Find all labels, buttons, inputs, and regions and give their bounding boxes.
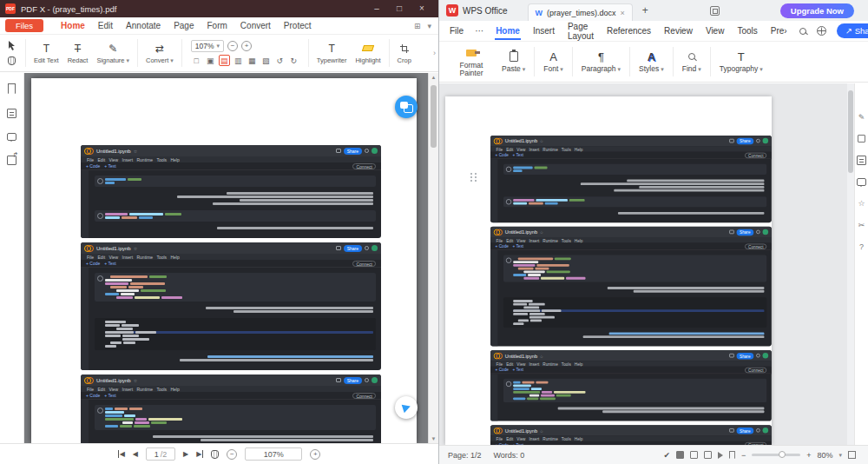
scroll-up-icon[interactable]: ▲ <box>429 75 438 80</box>
tab-annotate[interactable]: Annotate <box>126 21 161 30</box>
select-tool-icon[interactable] <box>858 135 865 143</box>
fit-screen-icon[interactable] <box>848 451 856 459</box>
web-layout-icon[interactable] <box>690 451 698 459</box>
menu-insert[interactable]: Insert <box>532 23 556 39</box>
collapse-ribbon-icon[interactable]: ▾ <box>427 22 431 30</box>
crop-button[interactable]: Crop <box>393 42 416 64</box>
highlight-button[interactable]: Highlight <box>351 42 385 64</box>
next-page-button[interactable]: ▶ <box>183 450 188 458</box>
font-button[interactable]: A Font▾ <box>536 50 570 73</box>
typewriter-button[interactable]: T Typewriter <box>312 42 352 64</box>
read-mode-icon[interactable] <box>718 452 723 459</box>
book-view-icon[interactable]: ▦ <box>247 55 258 66</box>
upgrade-button[interactable]: Upgrade Now <box>780 3 854 18</box>
pdf-canvas[interactable]: Untitled1.ipynb ☆ Share File Edit View I… <box>24 73 428 443</box>
pan-tool-icon[interactable] <box>211 450 219 459</box>
format-painter-button[interactable]: Format Painter <box>448 46 495 78</box>
previous-page-button[interactable]: ◀ <box>133 450 138 458</box>
zoom-in-button[interactable]: + <box>241 41 252 51</box>
tab-home[interactable]: Home <box>61 21 85 30</box>
drag-handle[interactable] <box>470 173 477 182</box>
scrollbar-thumb[interactable] <box>848 90 853 173</box>
first-page-button[interactable]: ◀ <box>118 450 125 458</box>
maximize-button[interactable]: □ <box>388 0 411 17</box>
outline-panel-icon[interactable] <box>857 156 866 165</box>
print-layout-icon[interactable] <box>676 451 684 459</box>
vertical-scrollbar[interactable]: ▲ ▼ <box>428 73 438 443</box>
menu-review[interactable]: Review <box>663 23 694 39</box>
zoom-dropdown-icon[interactable]: ▾ <box>838 452 842 459</box>
paste-button[interactable]: Paste▾ <box>495 50 532 73</box>
two-page-view-icon[interactable]: ▥ <box>233 55 244 66</box>
menu-home[interactable]: Home <box>495 23 521 39</box>
undo-icon[interactable]: ↺ <box>274 55 286 66</box>
menu-view[interactable]: View <box>705 23 726 39</box>
menu-page-layout[interactable]: Page Layout <box>567 18 595 44</box>
menu-references[interactable]: References <box>606 23 652 39</box>
spellcheck-icon[interactable]: ✔ <box>663 451 670 460</box>
close-tab-icon[interactable]: × <box>621 9 625 17</box>
styles-button[interactable]: A Styles▾ <box>632 50 671 73</box>
apps-grid-icon[interactable]: ⊞ <box>414 22 421 30</box>
find-button[interactable]: Find▾ <box>675 50 708 73</box>
zoom-out-button[interactable]: − <box>227 41 238 51</box>
fit-page-view-icon[interactable]: ▣ <box>205 55 216 66</box>
redo-icon[interactable]: ↻ <box>288 55 299 66</box>
zoom-level-box[interactable]: 107% <box>245 447 302 461</box>
more-tools-icon[interactable]: › <box>433 49 436 57</box>
convert-button[interactable]: ⇄ Convert▾ <box>141 42 178 64</box>
tab-edit[interactable]: Edit <box>98 21 113 30</box>
hand-tool-icon[interactable] <box>8 56 16 65</box>
globe-icon[interactable] <box>817 26 826 36</box>
grid-view-icon[interactable]: ▧ <box>260 55 272 66</box>
redact-button[interactable]: T Redact <box>63 42 93 64</box>
share-button[interactable]: ↗ Share <box>837 23 868 38</box>
continuous-view-icon[interactable]: ▤ <box>219 55 230 66</box>
scrollbar-thumb[interactable] <box>431 85 437 148</box>
edit-tool-icon[interactable]: ✎ <box>858 113 865 122</box>
menu-file[interactable]: File <box>450 26 464 36</box>
help-icon[interactable]: ? <box>859 242 864 251</box>
bookmark-icon[interactable] <box>729 451 735 459</box>
page-number-box[interactable]: 1/2 <box>146 447 175 461</box>
typography-button[interactable]: T Typography▾ <box>713 50 770 73</box>
ai-assistant-button[interactable] <box>395 396 418 419</box>
zoom-slider-knob[interactable] <box>779 451 786 458</box>
menu-tools[interactable]: Tools <box>736 23 758 39</box>
select-tool-icon[interactable] <box>8 41 16 50</box>
outline-view-icon[interactable] <box>704 451 712 459</box>
comments-panel-icon[interactable] <box>857 178 866 186</box>
menu-overflow[interactable]: Pre› <box>770 23 788 39</box>
edit-text-button[interactable]: T Edit Text <box>30 42 63 64</box>
paragraph-button[interactable]: ¶ Paragraph▾ <box>575 50 628 73</box>
cut-tool-icon[interactable]: ✂ <box>858 221 865 229</box>
translate-button[interactable] <box>395 96 418 118</box>
window-layout-icon[interactable] <box>710 6 720 16</box>
tab-convert[interactable]: Convert <box>240 21 271 30</box>
zoom-slider[interactable] <box>752 454 800 456</box>
favorites-icon[interactable]: ☆ <box>858 199 865 208</box>
zoom-select[interactable]: 107%▾ <box>191 40 224 52</box>
document-canvas[interactable]: Untitled1.ipynb ☆ Share File Edit View I… <box>439 83 854 445</box>
vertical-scrollbar[interactable] <box>847 83 854 445</box>
new-tab-button[interactable]: + <box>642 4 648 17</box>
zoom-in-button[interactable]: + <box>806 451 811 460</box>
last-page-button[interactable]: ▶ <box>196 450 203 458</box>
tab-protect[interactable]: Protect <box>284 21 312 30</box>
bookmarks-panel-icon[interactable] <box>8 83 16 94</box>
zoom-out-button[interactable]: − <box>741 451 746 460</box>
search-icon[interactable] <box>799 28 806 35</box>
tab-page[interactable]: Page <box>174 21 194 30</box>
close-button[interactable]: × <box>411 0 433 17</box>
menu-more[interactable]: ··· <box>475 26 483 36</box>
tab-form[interactable]: Form <box>207 21 227 30</box>
thumbnails-panel-icon[interactable] <box>7 109 16 118</box>
zoom-level[interactable]: 80% <box>817 451 832 460</box>
signature-button[interactable]: ✎ Signature▾ <box>92 42 134 64</box>
comments-panel-icon[interactable] <box>7 133 16 141</box>
single-page-view-icon[interactable]: □ <box>191 55 202 66</box>
minimize-button[interactable]: – <box>365 0 388 17</box>
word-count[interactable]: Words: 0 <box>494 451 525 460</box>
zoom-out-button[interactable]: − <box>227 449 237 460</box>
zoom-in-button[interactable]: + <box>310 449 320 460</box>
